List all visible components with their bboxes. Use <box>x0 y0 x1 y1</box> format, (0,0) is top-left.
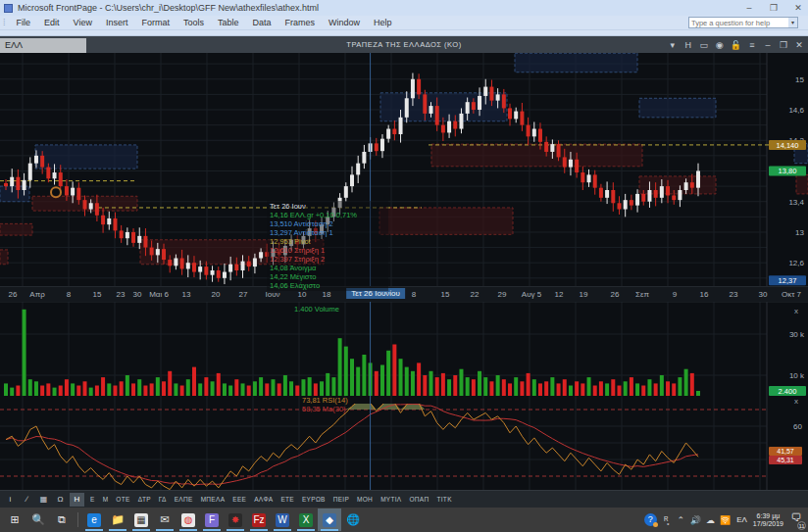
rsi-pane-canvas[interactable]: 604041,5745,31 <box>0 404 808 490</box>
close-volume-pane-button[interactable]: x <box>791 307 801 315</box>
cloud-icon[interactable]: ☁ <box>705 515 716 525</box>
ticker-button-ΠΕΙΡ[interactable]: ΠΕΙΡ <box>329 493 353 507</box>
tooltip-line: 14,16 ΕΛΛ.gr +0,10 0,71% <box>270 211 385 219</box>
volume-bar <box>435 377 439 396</box>
globe-app-icon[interactable]: 🌐 <box>341 508 365 531</box>
filezilla-icon[interactable]: Fz <box>247 508 271 531</box>
support-zone[interactable] <box>379 208 513 234</box>
menu-frames[interactable]: Frames <box>278 17 322 28</box>
info-icon[interactable]: i <box>3 493 18 507</box>
menu-table[interactable]: Table <box>211 17 246 28</box>
file-explorer-icon[interactable]: 📁 <box>106 508 129 531</box>
network-icon[interactable]: 🛜 <box>720 515 731 525</box>
search-icon[interactable]: 🔍 <box>26 508 50 531</box>
menu-lines-icon[interactable]: ≡ <box>747 40 757 50</box>
action-center-icon[interactable]: 🗨 11 <box>787 511 805 529</box>
help-search-input[interactable] <box>689 19 788 27</box>
help-dropdown-icon[interactable]: ▾ <box>788 18 797 27</box>
close-icon[interactable]: ✕ <box>794 40 804 50</box>
time-axis-tick: 23 <box>117 290 126 299</box>
chevron-up-icon[interactable]: ⌃ <box>676 515 686 525</box>
menu-file[interactable]: File <box>10 17 38 28</box>
support-zone[interactable] <box>0 250 8 265</box>
taskbar-clock[interactable]: 6:39 μμ 17/9/2019 <box>753 512 783 528</box>
speaker-icon[interactable]: 🔊 <box>690 515 701 525</box>
ticker-button-ΜΠΕΛΑ[interactable]: ΜΠΕΛΑ <box>197 493 229 507</box>
ticker-button-ΕΕΕ[interactable]: ΕΕΕ <box>228 493 250 507</box>
resistance-zone[interactable] <box>639 98 716 118</box>
window-close-button[interactable]: ✕ <box>792 3 804 13</box>
interval-h-icon[interactable]: H <box>683 40 693 50</box>
candle-down <box>508 108 512 119</box>
menu-data[interactable]: Data <box>245 17 278 28</box>
calculator-icon[interactable]: ▦ <box>129 508 153 531</box>
price-pane-canvas[interactable]: 1514,614,213,41312,614,14013,8012,37 <box>0 53 808 286</box>
unlock-icon[interactable]: 🔓 <box>731 40 741 50</box>
menu-tools[interactable]: Tools <box>177 17 211 28</box>
ticker-button-ΕΛΠΕ[interactable]: ΕΛΠΕ <box>171 493 197 507</box>
spider-app-icon[interactable]: ✸ <box>224 508 247 531</box>
ticker-button-ΜΥΤΙΛ[interactable]: ΜΥΤΙΛ <box>377 493 405 507</box>
start-button[interactable]: ⊞ <box>3 508 26 531</box>
minimize-icon[interactable]: – <box>763 40 773 50</box>
ticker-button-ΟΠΑΠ[interactable]: ΟΠΑΠ <box>406 493 433 507</box>
close-rsi-pane-button[interactable]: x <box>791 397 801 406</box>
interval-hour-button[interactable]: Η <box>70 493 84 507</box>
window-minimize-button[interactable]: – <box>743 3 755 13</box>
symbol-search-box[interactable]: ΕΛΛ <box>0 38 86 53</box>
omega-icon[interactable]: Ω <box>53 493 68 507</box>
chevron-down-icon[interactable]: ▾ <box>668 40 678 50</box>
people-icon[interactable]: ᴿ͓ <box>661 515 672 525</box>
edge-icon[interactable]: e <box>82 508 106 531</box>
resistance-zone[interactable] <box>515 53 637 73</box>
restore-icon[interactable]: ❐ <box>779 40 788 50</box>
candle-up <box>228 265 232 272</box>
mail-icon[interactable]: ✉ <box>153 508 177 531</box>
excel-icon[interactable]: X <box>294 508 318 531</box>
ticker-button-ΕΥΡΩΒ[interactable]: ΕΥΡΩΒ <box>298 493 329 507</box>
resistance-zone[interactable] <box>380 93 507 121</box>
volume-bar <box>617 386 621 397</box>
candle-down <box>544 142 548 152</box>
word-icon[interactable]: W <box>271 508 294 531</box>
window-restore-button[interactable]: ❐ <box>768 3 780 13</box>
menu-view[interactable]: View <box>67 17 99 28</box>
camera-icon[interactable]: ◉ <box>715 40 725 50</box>
menu-insert[interactable]: Insert <box>99 17 135 28</box>
toolbar-drag-handle[interactable]: ⁞ <box>3 18 6 27</box>
support-zone[interactable] <box>431 144 642 167</box>
candle-down <box>217 270 221 278</box>
ticker-button-ΤΙΤΚ[interactable]: ΤΙΤΚ <box>432 493 455 507</box>
language-indicator[interactable]: ΕΛ <box>734 515 749 524</box>
ticker-button-Ε[interactable]: Ε <box>86 493 99 507</box>
candle-down <box>435 106 439 125</box>
monitor-icon[interactable]: ▭ <box>699 40 709 50</box>
menu-help[interactable]: Help <box>367 17 399 28</box>
volume-bar <box>247 386 251 397</box>
frontpage-icon[interactable]: F <box>200 508 224 531</box>
ticker-button-ΜΟΗ[interactable]: ΜΟΗ <box>353 493 377 507</box>
candle-up <box>356 164 360 175</box>
chrome-icon[interactable]: ◍ <box>177 508 200 531</box>
grid-table-icon[interactable]: ▦ <box>36 493 51 507</box>
price-axis-tick: 13 <box>795 228 804 237</box>
ticker-button-ΟΤΕ[interactable]: ΟΤΕ <box>112 493 133 507</box>
trendline-icon[interactable]: ∕ <box>20 493 34 507</box>
menu-window[interactable]: Window <box>322 17 367 28</box>
menu-format[interactable]: Format <box>134 17 177 28</box>
resistance-zone[interactable] <box>35 145 137 169</box>
volume-pane-canvas[interactable]: 30 k10 k2.400 <box>0 302 808 404</box>
tooltip-line: 14,06 Ελάχιστο <box>270 281 385 290</box>
support-zone[interactable] <box>796 174 808 194</box>
help-support-icon[interactable]: ? <box>644 513 657 526</box>
chart-app-icon[interactable]: ◆ <box>318 508 341 531</box>
menu-edit[interactable]: Edit <box>37 17 67 28</box>
ticker-button-ΓΔ[interactable]: ΓΔ <box>155 493 171 507</box>
volume-bar <box>483 377 487 396</box>
support-zone[interactable] <box>0 223 32 235</box>
ticker-button-ΔΤΡ[interactable]: ΔΤΡ <box>134 493 155 507</box>
ticker-button-Μ[interactable]: Μ <box>99 493 113 507</box>
task-view-icon[interactable]: ⧉ <box>50 508 74 531</box>
ticker-button-ΑΛΦΑ[interactable]: ΑΛΦΑ <box>250 493 277 507</box>
ticker-button-ΕΤΕ[interactable]: ΕΤΕ <box>277 493 298 507</box>
